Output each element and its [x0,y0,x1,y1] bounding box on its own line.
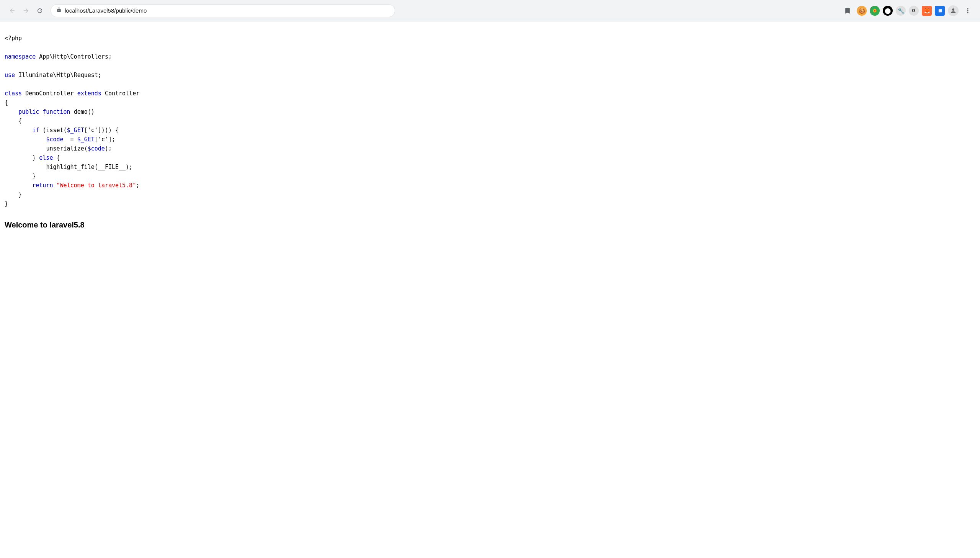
line-public-function: public function demo() [5,108,95,115]
nav-buttons [6,5,46,17]
line-code-assign: $code = $_GET['c']; [5,136,115,143]
url-input[interactable] [65,7,389,14]
line-function-brace: { [5,118,22,125]
ext-icon-2[interactable] [870,6,880,16]
line-close-function: } [5,191,22,198]
line-close-class: } [5,200,8,207]
ext-icon-7[interactable]: ▦ [935,6,945,16]
svg-point-2 [874,10,876,11]
toolbar-right: 🍪 ⬤ 🔧 G 🦊 ▦ [841,5,974,17]
line-use: use Illuminate\Http\Request; [5,72,101,79]
line-highlight: highlight_file(__FILE__); [5,164,133,171]
line-return: return "Welcome to laravel5.8"; [5,182,139,189]
line-namespace: namespace App\Http\Controllers; [5,53,112,60]
line-if: if (isset($_GET['c']))) { [5,127,119,134]
welcome-output: Welcome to laravel5.8 [5,221,975,230]
reload-button[interactable] [34,5,46,17]
ext-icon-1[interactable]: 🍪 [857,6,867,16]
forward-button[interactable] [20,5,32,17]
line-php-tag: <?php [5,35,22,42]
line-else: } else { [5,154,60,161]
ext-icon-3[interactable]: ⬤ [883,6,893,16]
ext-icon-6[interactable]: 🦊 [922,6,932,16]
line-open-brace: { [5,99,8,106]
back-button[interactable] [6,5,18,17]
ext-icon-5[interactable]: G [909,6,919,16]
address-bar[interactable] [51,4,395,17]
bookmark-icon[interactable] [841,5,854,17]
ext-icon-4[interactable]: 🔧 [896,6,906,16]
menu-icon[interactable] [962,5,974,17]
page-content: <?php namespace App\Http\Controllers; us… [0,21,980,233]
lock-icon [56,7,62,14]
line-close-if: } [5,173,36,180]
code-display: <?php namespace App\Http\Controllers; us… [5,25,975,218]
profile-icon[interactable] [948,5,959,16]
line-unserialize: unserialize($code); [5,145,112,152]
browser-chrome: 🍪 ⬤ 🔧 G 🦊 ▦ [0,0,980,21]
line-class: class DemoController extends Controller [5,90,139,97]
